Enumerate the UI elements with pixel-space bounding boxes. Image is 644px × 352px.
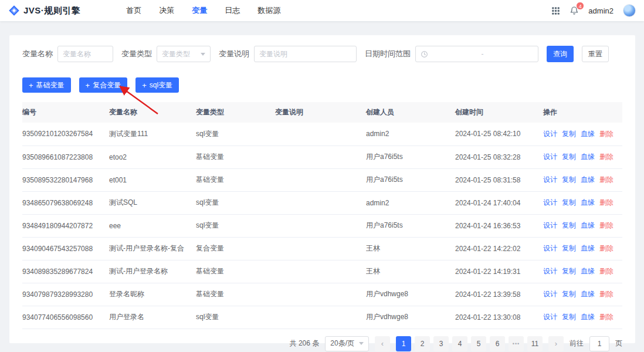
op-link-设计[interactable]: 设计 [543, 313, 557, 321]
type-filter-label: 变量类型 [121, 49, 152, 59]
cell-name: 测试-用户登录名称 [109, 260, 196, 283]
op-link-删除[interactable]: 删除 [599, 244, 614, 252]
name-filter-input[interactable] [57, 46, 113, 62]
variable-list-card: 变量名称 变量类型 变量类型 变量说明 日期时间范围 - [9, 35, 635, 343]
op-link-删除[interactable]: 删除 [599, 313, 614, 321]
op-link-复制[interactable]: 复制 [562, 290, 576, 298]
op-link-设计[interactable]: 设计 [543, 267, 557, 275]
nav-item-首页[interactable]: 首页 [126, 0, 141, 21]
op-link-删除[interactable]: 删除 [599, 198, 614, 207]
cell-id: 934089835289677824 [22, 260, 109, 283]
desc-filter-input[interactable] [254, 46, 357, 62]
op-link-设计[interactable]: 设计 [543, 153, 557, 161]
op-link-复制[interactable]: 复制 [562, 244, 576, 252]
action-button-label: 基础变量 [36, 80, 65, 90]
page-button-4[interactable]: 4 [452, 336, 467, 351]
add-sql变量-button[interactable]: +sql变量 [135, 77, 179, 93]
cell-creator: admin2 [366, 123, 455, 145]
table-row: 934089835289677824测试-用户登录名称基础变量王林2024-01… [22, 260, 622, 283]
cell-name: eee [109, 214, 196, 237]
op-link-血缘[interactable]: 血缘 [581, 290, 595, 298]
op-link-复制[interactable]: 复制 [562, 130, 576, 138]
date-filter-label: 日期时间范围 [365, 49, 411, 59]
pager-more-button[interactable]: ••• [509, 336, 524, 351]
logo-icon [8, 5, 20, 16]
notifications-button[interactable]: 4 [570, 6, 579, 15]
cell-name: etoo2 [109, 145, 196, 168]
username[interactable]: admin2 [588, 6, 614, 15]
op-link-设计[interactable]: 设计 [543, 221, 557, 229]
op-link-血缘[interactable]: 血缘 [581, 130, 595, 138]
page-size-value: 20条/页 [330, 339, 354, 348]
next-page-button[interactable]: › [548, 336, 564, 351]
nav-item-数据源[interactable]: 数据源 [257, 0, 280, 21]
cell-operations: 设计复制血缘删除 [543, 237, 622, 260]
cell-id: 935089661087223808 [22, 145, 109, 168]
op-link-设计[interactable]: 设计 [543, 244, 557, 252]
op-link-复制[interactable]: 复制 [562, 153, 576, 161]
op-link-复制[interactable]: 复制 [562, 198, 576, 207]
nav-item-日志[interactable]: 日志 [225, 0, 240, 21]
table-row: 934090467543257088测试-用户登录名称-复合复合变量王林2024… [22, 237, 622, 260]
cell-name: 登录名昵称 [109, 283, 196, 306]
op-link-设计[interactable]: 设计 [543, 198, 557, 207]
plus-icon: + [142, 82, 147, 89]
type-filter-select[interactable]: 变量类型 [157, 46, 211, 62]
op-link-删除[interactable]: 删除 [599, 153, 614, 161]
cell-type: 基础变量 [196, 145, 275, 168]
desc-filter-label: 变量说明 [219, 49, 249, 59]
date-range-picker[interactable]: - [415, 46, 538, 62]
nav-item-变量[interactable]: 变量 [192, 0, 207, 21]
avatar[interactable] [623, 4, 636, 17]
cell-name: 用户登录名 [109, 306, 196, 329]
op-link-删除[interactable]: 删除 [599, 267, 614, 275]
prev-page-button[interactable]: ‹ [375, 336, 390, 351]
table-row: 935092101203267584测试变量111sql变量admin22024… [22, 123, 622, 145]
name-filter-label: 变量名称 [22, 49, 53, 59]
op-link-删除[interactable]: 删除 [599, 290, 614, 298]
cell-desc [275, 237, 366, 260]
page-button-2[interactable]: 2 [415, 336, 430, 351]
apps-grid-icon[interactable] [551, 6, 560, 15]
op-link-设计[interactable]: 设计 [543, 175, 557, 184]
op-link-血缘[interactable]: 血缘 [581, 244, 595, 252]
search-button[interactable]: 查询 [547, 46, 574, 62]
op-link-设计[interactable]: 设计 [543, 130, 557, 138]
op-link-删除[interactable]: 删除 [599, 130, 614, 138]
app-logo[interactable]: JVS·规则引擎 [8, 5, 80, 16]
op-link-复制[interactable]: 复制 [562, 175, 576, 184]
cell-desc [275, 260, 366, 283]
op-link-血缘[interactable]: 血缘 [581, 198, 595, 207]
page-button-6[interactable]: 6 [490, 336, 505, 351]
page-button-11[interactable]: 11 [527, 336, 543, 351]
page-button-3[interactable]: 3 [433, 336, 449, 351]
op-link-血缘[interactable]: 血缘 [581, 313, 595, 321]
table-body: 935092101203267584测试变量111sql变量admin22024… [22, 123, 622, 329]
op-link-删除[interactable]: 删除 [599, 175, 614, 184]
page-button-5[interactable]: 5 [471, 336, 486, 351]
reset-button[interactable]: 重置 [582, 46, 609, 62]
nav-item-决策[interactable]: 决策 [159, 0, 174, 21]
op-link-删除[interactable]: 删除 [599, 221, 614, 229]
column-header: 操作 [543, 102, 622, 123]
page-size-select[interactable]: 20条/页 [325, 336, 369, 351]
cell-creator: 用户a76i5ts [366, 145, 455, 168]
op-link-血缘[interactable]: 血缘 [581, 175, 595, 184]
cell-created: 2024-01-22 14:22:02 [455, 237, 543, 260]
add-基础变量-button[interactable]: +基础变量 [22, 77, 71, 93]
op-link-血缘[interactable]: 血缘 [581, 267, 595, 275]
notification-badge: 4 [576, 2, 584, 10]
cell-created: 2024-01-25 08:32:28 [455, 145, 543, 168]
op-link-复制[interactable]: 复制 [562, 267, 576, 275]
op-link-复制[interactable]: 复制 [562, 221, 576, 229]
chevron-down-icon [359, 342, 364, 345]
op-link-设计[interactable]: 设计 [543, 290, 557, 298]
goto-page-input[interactable] [589, 336, 609, 351]
page-button-1[interactable]: 1 [396, 336, 411, 351]
op-link-复制[interactable]: 复制 [562, 313, 576, 321]
op-link-血缘[interactable]: 血缘 [581, 221, 595, 229]
cell-desc [275, 191, 366, 214]
add-复合变量-button[interactable]: +复合变量 [79, 77, 128, 93]
table-row: 934865079638069248测试SQLsql变量admin22024-0… [22, 191, 622, 214]
op-link-血缘[interactable]: 血缘 [581, 153, 595, 161]
